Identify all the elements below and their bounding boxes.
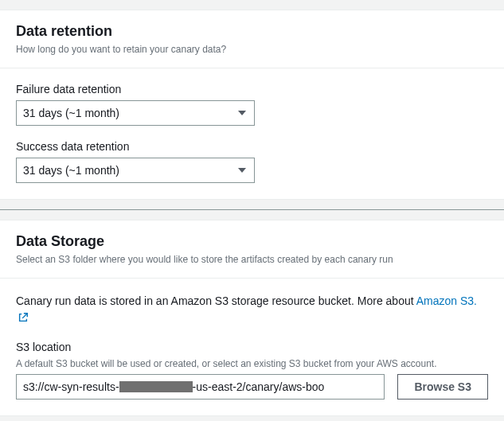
failure-retention-label: Failure data retention [16,83,488,96]
failure-retention-field: Failure data retention 31 days (~1 month… [16,83,488,126]
browse-s3-button[interactable]: Browse S3 [397,374,488,400]
data-storage-panel: Data Storage Select an S3 folder where y… [0,220,504,416]
data-retention-panel: Data retention How long do you want to r… [0,10,504,200]
chevron-down-icon [238,111,246,115]
s3-location-input[interactable]: s3://cw-syn-results--us-east-2/canary/aw… [16,374,385,400]
s3-location-hint: A default S3 bucket will be used or crea… [16,358,488,369]
redacted-segment [119,381,193,392]
chevron-down-icon [238,168,246,173]
storage-intro-text: Canary run data is stored in an Amazon S… [16,294,416,307]
data-storage-header: Data Storage Select an S3 folder where y… [0,220,504,279]
failure-retention-select[interactable]: 31 days (~1 month) [16,100,255,126]
success-retention-field: Success data retention 31 days (~1 month… [16,140,488,183]
success-retention-label: Success data retention [16,140,488,153]
data-storage-title: Data Storage [16,233,488,250]
success-retention-value: 31 days (~1 month) [23,164,119,177]
s3-location-label: S3 location [16,341,488,353]
success-retention-select[interactable]: 31 days (~1 month) [16,158,255,183]
data-retention-desc: How long do you want to retain your cana… [16,43,488,57]
data-storage-desc: Select an S3 folder where you would like… [16,253,488,267]
external-link-icon [18,312,29,323]
s3-location-field: S3 location A default S3 bucket will be … [16,341,488,400]
data-storage-intro: Canary run data is stored in an Amazon S… [16,293,488,326]
data-retention-title: Data retention [16,23,488,40]
failure-retention-value: 31 days (~1 month) [23,107,119,119]
data-retention-header: Data retention How long do you want to r… [0,10,504,68]
